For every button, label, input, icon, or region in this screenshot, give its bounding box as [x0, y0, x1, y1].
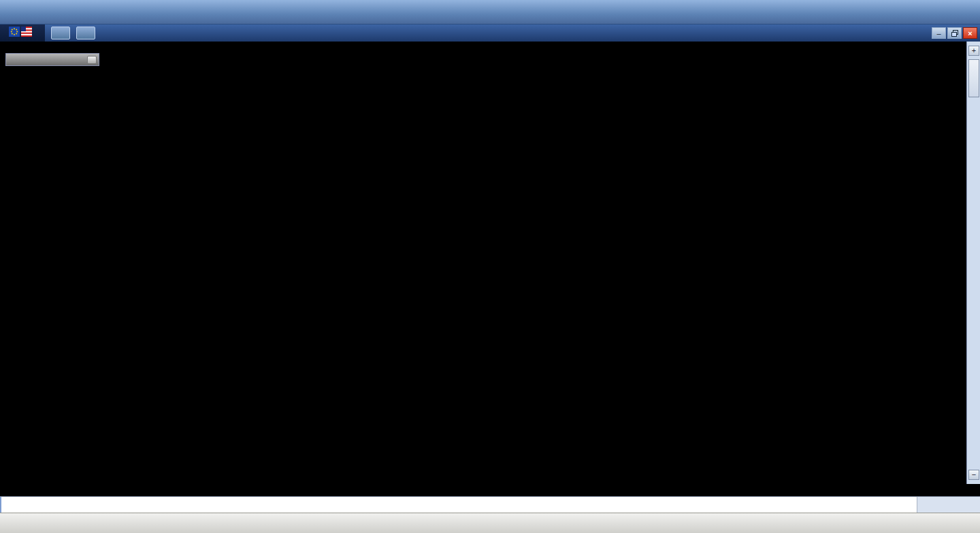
tooltip-header: [6, 54, 99, 65]
minimize-button[interactable]: –: [932, 27, 946, 39]
scrollbar-thumb[interactable]: [968, 59, 979, 97]
status-bar: [0, 513, 980, 533]
ohlc-tooltip-panel: [5, 53, 99, 66]
close-button[interactable]: ×: [963, 27, 977, 39]
chart-area: + −: [0, 42, 980, 484]
main-toolbar: [0, 0, 980, 25]
currency-pair-flags-icon: [9, 27, 32, 39]
restore-icon: [951, 30, 958, 37]
navigator-track[interactable]: [0, 497, 917, 513]
timeframe-button[interactable]: [51, 27, 70, 39]
chart-canvas[interactable]: [0, 42, 919, 484]
history-navigator: [0, 496, 980, 513]
chart-window-titlebar: – ×: [0, 25, 980, 42]
time-axis: [0, 484, 980, 496]
tooltip-options-button[interactable]: [87, 56, 97, 64]
charttype-button[interactable]: [76, 27, 95, 39]
symbol-area: [0, 25, 45, 42]
window-controls: – ×: [932, 27, 980, 39]
restore-button[interactable]: [947, 27, 962, 39]
trading-app-window: – × + −: [0, 0, 980, 533]
zoom-in-button[interactable]: +: [968, 46, 979, 56]
zoom-out-button[interactable]: −: [968, 470, 979, 480]
price-axis: [919, 42, 966, 484]
navigator-selection[interactable]: [0, 497, 1, 513]
chart-scrollbar: + −: [966, 42, 980, 484]
navigator-sparkline: [0, 497, 917, 513]
